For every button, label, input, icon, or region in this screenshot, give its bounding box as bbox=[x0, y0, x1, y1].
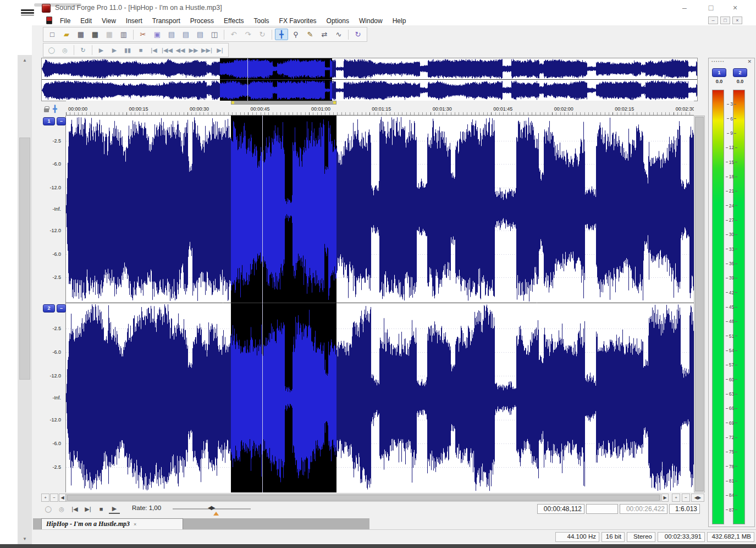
menu-help[interactable]: Help bbox=[388, 15, 411, 26]
play-button[interactable]: ▶ bbox=[108, 45, 120, 56]
mdi-restore-button[interactable]: □ bbox=[720, 17, 730, 24]
menu-options[interactable]: Options bbox=[322, 15, 354, 26]
minimize-button[interactable]: – bbox=[675, 2, 694, 13]
zoom-in-button[interactable]: + bbox=[672, 494, 680, 502]
paste-special-button[interactable]: ▤ bbox=[179, 29, 192, 40]
mdi-close-button[interactable]: × bbox=[732, 17, 742, 24]
go-to-end-button[interactable]: ▶| bbox=[214, 45, 226, 56]
paste-button[interactable]: ▤ bbox=[165, 29, 178, 40]
menu-tools[interactable]: Tools bbox=[249, 15, 274, 26]
new-file-button[interactable]: □ bbox=[46, 29, 59, 40]
meter-channel-1-badge[interactable]: 1 bbox=[712, 68, 726, 77]
menu-view[interactable]: View bbox=[97, 15, 121, 26]
selection-length-box[interactable]: 00:00:26,422 bbox=[620, 504, 667, 514]
menu-process[interactable]: Process bbox=[185, 15, 219, 26]
forward-button[interactable]: ▶▶ bbox=[187, 45, 200, 56]
channel-2-minimize-button[interactable]: – bbox=[57, 304, 66, 313]
save-file-button[interactable]: ▦ bbox=[74, 29, 87, 40]
open-file-button[interactable]: ▰ bbox=[60, 29, 73, 40]
envelope-tool-button[interactable]: ∿ bbox=[332, 29, 345, 40]
meter-tick-24: 24 bbox=[721, 203, 742, 209]
channel-1-badge[interactable]: 1 bbox=[43, 117, 55, 125]
scroll-left-icon[interactable]: ◀ bbox=[59, 494, 66, 502]
mdi-minimize-button[interactable]: – bbox=[708, 17, 718, 24]
edit-tool-icon[interactable]: ╋ bbox=[53, 105, 57, 113]
undo-button[interactable]: ↶ bbox=[227, 29, 240, 40]
edit-tool-button[interactable]: ╋ bbox=[275, 29, 288, 40]
stop-button[interactable]: ■ bbox=[135, 45, 147, 56]
loop-record-button[interactable]: ◎ bbox=[59, 45, 71, 56]
scroll-up-icon[interactable]: ▲ bbox=[18, 56, 32, 65]
paste-to-new-button[interactable]: ▤ bbox=[194, 29, 207, 40]
close-button[interactable]: × bbox=[726, 2, 744, 13]
vertical-scrollbar-thumb[interactable] bbox=[695, 117, 704, 491]
rate-slider-handle[interactable]: ◀▶ bbox=[208, 505, 214, 511]
zoom-ratio-box[interactable]: 1:6.013 bbox=[669, 504, 700, 514]
next-marker-button[interactable]: ▶▶| bbox=[201, 45, 213, 56]
loop-region-bar[interactable] bbox=[231, 101, 336, 105]
main-waveform[interactable] bbox=[66, 116, 694, 492]
previous-marker-button[interactable]: |◀◀ bbox=[161, 45, 173, 56]
menu-fx-favorites[interactable]: FX Favorites bbox=[274, 15, 322, 26]
menu-window[interactable]: Window bbox=[354, 15, 388, 26]
trim-crop-button[interactable]: ◫ bbox=[208, 29, 221, 40]
left-scroll-strip: ▲ ▼ bbox=[18, 55, 32, 545]
channel-1-minimize-button[interactable]: – bbox=[57, 117, 66, 125]
channel-2-badge[interactable]: 2 bbox=[43, 304, 55, 313]
cursor-position-box[interactable]: 00:00:48,112 bbox=[537, 504, 584, 514]
stop-button[interactable]: ■ bbox=[96, 504, 107, 514]
meter-tick-63: 63 bbox=[721, 391, 742, 397]
zoom-out-button[interactable]: − bbox=[682, 494, 690, 502]
time-ruler[interactable]: 00:00:0000:00:1500:00:3000:00:4500:01:00… bbox=[66, 101, 694, 116]
save-all-button[interactable]: ▦ bbox=[103, 29, 116, 40]
menu-transport[interactable]: Transport bbox=[147, 15, 185, 26]
scroll-strip-thumb[interactable] bbox=[19, 138, 30, 380]
meter-pin-icon[interactable]: ✕ bbox=[747, 59, 752, 64]
loop-record-button[interactable]: ◎ bbox=[56, 504, 67, 514]
menu-insert[interactable]: Insert bbox=[121, 15, 147, 26]
scroll-right-icon[interactable]: ▶ bbox=[661, 494, 669, 502]
go-to-end-button[interactable]: ▶| bbox=[82, 504, 93, 514]
pause-button[interactable]: ▮▮ bbox=[122, 45, 134, 56]
meter-grip-icon[interactable]: ······ bbox=[711, 59, 725, 64]
file-tab[interactable]: HipHop - I'm on a Hustle.mp3 × bbox=[41, 518, 183, 529]
ruler-tools: ╋ bbox=[41, 102, 66, 116]
db-label-ch2: -12.0 bbox=[49, 373, 61, 379]
rewind-button[interactable]: ◀◀ bbox=[174, 45, 186, 56]
selection-end-box[interactable] bbox=[586, 504, 618, 514]
event-tool-button[interactable]: ⇄ bbox=[318, 29, 331, 40]
redo-button[interactable]: ↷ bbox=[241, 29, 255, 40]
overview-waveform[interactable] bbox=[41, 58, 698, 101]
loop-playback-button[interactable]: ↻ bbox=[77, 45, 89, 56]
zoom-in-time-button[interactable]: + bbox=[41, 494, 49, 502]
restore-button[interactable]: □ bbox=[702, 2, 720, 13]
refresh-button[interactable]: ↻ bbox=[351, 29, 365, 40]
repeat-button[interactable]: ↻ bbox=[256, 29, 269, 40]
render-as-button[interactable]: ▥ bbox=[117, 29, 130, 40]
lock-icon[interactable] bbox=[44, 108, 49, 112]
magnify-tool-button[interactable]: ⚲ bbox=[289, 29, 302, 40]
menu-effects[interactable]: Effects bbox=[219, 15, 249, 26]
scroll-down-icon[interactable]: ▼ bbox=[18, 535, 32, 544]
horizontal-scrollbar-thumb[interactable] bbox=[67, 495, 660, 501]
menu-bar-items: FileEditViewInsertTransportProcessEffect… bbox=[55, 15, 411, 26]
save-as-file-button[interactable]: ▦ bbox=[89, 29, 102, 40]
zoom-fit-button[interactable]: ◀▶ bbox=[691, 494, 704, 502]
cut-button[interactable]: ✂ bbox=[136, 29, 150, 40]
pencil-tool-button[interactable]: ✎ bbox=[303, 29, 317, 40]
record-button[interactable]: ◯ bbox=[43, 504, 54, 514]
copy-button[interactable]: ▣ bbox=[151, 29, 164, 40]
play-all-button[interactable]: ▶ bbox=[95, 45, 107, 56]
menu-file[interactable]: File bbox=[55, 15, 75, 26]
tab-close-icon[interactable]: × bbox=[134, 522, 136, 527]
zoom-out-time-button[interactable]: − bbox=[50, 494, 58, 502]
menu-edit[interactable]: Edit bbox=[75, 15, 97, 26]
play-from-cursor-button[interactable]: ▶ bbox=[109, 504, 120, 514]
record-button[interactable]: ◯ bbox=[46, 45, 58, 56]
horizontal-scrollbar[interactable] bbox=[66, 494, 661, 502]
go-to-start-button[interactable]: |◀ bbox=[148, 45, 160, 56]
vertical-scrollbar[interactable] bbox=[694, 116, 705, 492]
go-to-start-button[interactable]: |◀ bbox=[69, 504, 80, 514]
file-tab-label: HipHop - I'm on a Hustle.mp3 bbox=[46, 520, 130, 528]
meter-channel-2-badge[interactable]: 2 bbox=[733, 68, 747, 77]
